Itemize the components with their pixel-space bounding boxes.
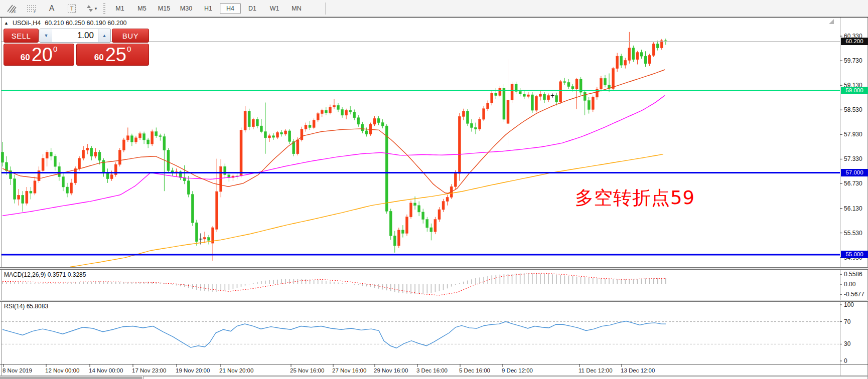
timeframe-M30[interactable]: M30 <box>176 3 197 14</box>
volume-input[interactable] <box>52 29 98 42</box>
scrollbar-thumb[interactable] <box>143 376 868 379</box>
ask-price-pips: 25 <box>105 45 126 64</box>
timeframe-M1[interactable]: M1 <box>109 3 130 14</box>
macd-tick-label: 0.5586 <box>844 271 862 278</box>
macd-tick-label: -0.5677 <box>844 291 864 298</box>
scrollbar-track-filled <box>0 376 142 379</box>
panel-separator[interactable] <box>0 267 868 270</box>
price-tick-label: 56.130 <box>844 205 868 212</box>
text-label-tool-icon[interactable]: T <box>65 3 78 15</box>
symbol-ohlc-values: 60.210 60.250 60.190 60.200 <box>45 20 126 27</box>
panel-separator[interactable] <box>0 300 868 302</box>
timeframe-W1[interactable]: W1 <box>264 3 285 14</box>
price-axis-border <box>840 17 840 379</box>
time-label: 25 Nov 16:00 <box>290 367 324 373</box>
time-label: 13 Dec 12:00 <box>621 367 655 373</box>
symbol-expand-arrow[interactable]: ▲ <box>4 21 9 26</box>
price-tick-label: 55.530 <box>844 230 868 237</box>
level-59-badge: 59.000 <box>841 87 868 94</box>
ask-price-box[interactable]: 60 25 0 <box>76 44 149 66</box>
price-tick-label: 57.330 <box>844 155 868 162</box>
time-label: 5 Dec 16:00 <box>459 367 490 373</box>
timeframe-M15[interactable]: M15 <box>154 3 175 14</box>
time-label: 27 Nov 16:00 <box>332 367 366 373</box>
toolbar-separator <box>325 3 326 15</box>
timeframe-toolbar: M1M5M15M30H1H4D1W1MN <box>109 3 307 14</box>
macd-label: MACD(12,26,9) 0.3571 0.3285 <box>4 271 86 278</box>
bid-price-point: 0 <box>53 45 57 53</box>
time-label: 3 Dec 16:00 <box>416 367 448 373</box>
fibonacci-tool-icon[interactable]: F <box>25 3 38 15</box>
sell-button[interactable]: SELL <box>4 29 39 43</box>
time-label: 8 Nov 2019 <box>3 367 32 373</box>
horizontal-scrollbar <box>0 375 868 379</box>
bid-price-whole: 60 <box>21 51 30 64</box>
timeframe-D1[interactable]: D1 <box>242 3 263 14</box>
volume-stepper: ▼ ▲ <box>40 29 111 43</box>
rsi-tick-label: 0 <box>844 357 847 364</box>
ask-price-point: 0 <box>127 45 131 53</box>
equidistant-channel-tool-icon[interactable]: E <box>5 3 18 15</box>
level-55-badge: 55.000 <box>841 251 868 258</box>
one-click-trade-panel: SELL ▼ ▲ BUY 60 20 0 60 25 0 <box>4 29 149 66</box>
ask-price-whole: 60 <box>94 51 104 64</box>
svg-text:E: E <box>14 10 16 14</box>
toolbar: EFAT▾ M1M5M15M30H1H4D1W1MN <box>0 0 868 17</box>
rsi-tick-label: 100 <box>844 301 854 308</box>
text-tool-icon[interactable]: A <box>45 3 58 15</box>
symbol-name: USOil-,H4 <box>13 20 41 27</box>
timeframe-M5[interactable]: M5 <box>131 3 153 14</box>
arrows-tool-icon[interactable]: ▾ <box>85 3 98 15</box>
rsi-label: RSI(14) 65.8083 <box>4 303 48 310</box>
price-tick-label: 58.530 <box>844 106 868 113</box>
last-price-badge: 60.200 <box>841 38 868 45</box>
time-label: 14 Nov 00:00 <box>89 367 123 373</box>
toolbar-drag-handle[interactable] <box>103 3 105 14</box>
chart-top-border <box>0 17 868 18</box>
volume-increase-button[interactable]: ▲ <box>98 29 110 42</box>
timeframe-MN[interactable]: MN <box>286 3 307 14</box>
time-label: 19 Nov 20:00 <box>176 367 210 373</box>
price-tick-label: 59.730 <box>844 57 868 64</box>
time-label: 9 Dec 12:00 <box>502 367 533 373</box>
timeframe-H4[interactable]: H4 <box>220 3 241 14</box>
axis-separator <box>0 364 868 364</box>
price-tick-label: 56.730 <box>844 180 868 187</box>
level-57-badge: 57.000 <box>841 169 868 176</box>
rsi-tick-label: 70 <box>844 318 850 325</box>
buy-button[interactable]: BUY <box>112 29 149 43</box>
time-label: 17 Nov 23:00 <box>132 367 166 373</box>
time-label: 12 Nov 00:00 <box>45 367 79 373</box>
symbol-header: ▲ USOil-,H4 60.210 60.250 60.190 60.200 <box>4 20 127 27</box>
macd-tick-label: 0.00 <box>844 281 855 288</box>
time-label: 29 Nov 16:00 <box>374 367 408 373</box>
chart-window <box>0 17 868 379</box>
bid-price-box[interactable]: 60 20 0 <box>4 44 74 66</box>
window-border-left <box>1 17 2 379</box>
price-tick-label: 57.930 <box>844 131 868 138</box>
timeframe-H1[interactable]: H1 <box>198 3 219 14</box>
chart-text-annotation: 多空转折点59 <box>575 185 695 211</box>
time-label: 21 Nov 20:00 <box>219 367 253 373</box>
svg-text:F: F <box>34 10 36 14</box>
bid-price-pips: 20 <box>32 45 53 64</box>
volume-decrease-button[interactable]: ▼ <box>40 29 52 42</box>
time-label: 11 Dec 12:00 <box>578 367 613 373</box>
mt4-terminal: EFAT▾ M1M5M15M30H1H4D1W1MN ▲ USOil-,H4 6… <box>0 0 868 379</box>
drawing-tools-group: EFAT▾ <box>0 3 98 15</box>
rsi-tick-label: 30 <box>844 340 850 347</box>
